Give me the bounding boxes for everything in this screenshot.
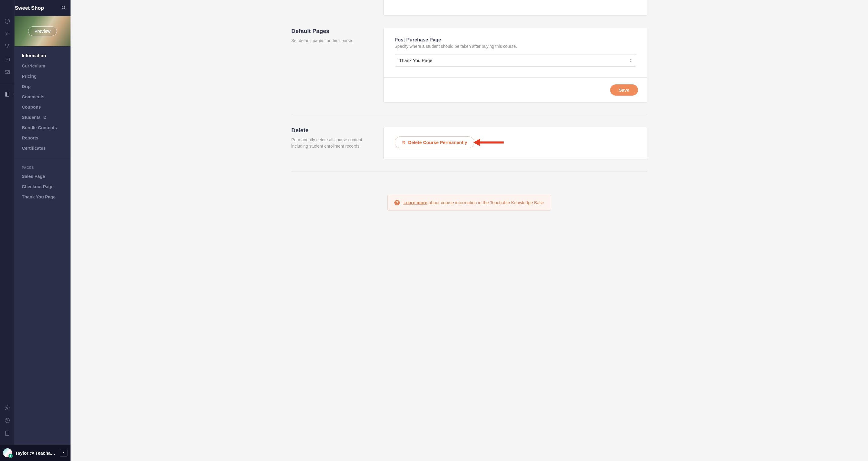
- nav-certificates[interactable]: Certificates: [14, 143, 70, 153]
- post-purchase-select[interactable]: Thank You Page: [395, 54, 636, 67]
- nav-drip[interactable]: Drip: [14, 81, 70, 92]
- site-icon[interactable]: [4, 43, 11, 50]
- svg-point-3: [5, 44, 6, 45]
- emails-icon[interactable]: [4, 68, 11, 76]
- preview-button[interactable]: Preview: [28, 26, 57, 36]
- nav-students-label: Students: [22, 115, 40, 120]
- preview-button-label: Preview: [34, 29, 51, 34]
- user-menu-toggle[interactable]: [60, 449, 67, 457]
- delete-desc: Permanently delete all course content, i…: [291, 137, 377, 150]
- sidebar: The Sweet Shop Preview Information Curri…: [14, 0, 70, 461]
- sales-icon[interactable]: [4, 56, 11, 63]
- trash-icon: [402, 140, 406, 144]
- svg-point-2: [8, 32, 9, 33]
- settings-icon[interactable]: [4, 404, 11, 411]
- save-button[interactable]: Save: [610, 85, 638, 96]
- svg-point-1: [6, 32, 7, 34]
- users-icon[interactable]: [4, 30, 11, 37]
- pages-section-label: PAGES: [14, 162, 70, 171]
- learn-more-link[interactable]: Learn more: [403, 200, 427, 205]
- school-title: The Sweet Shop: [14, 5, 61, 11]
- default-pages-title: Default Pages: [291, 28, 377, 34]
- svg-rect-11: [5, 431, 9, 436]
- nav-coupons[interactable]: Coupons: [14, 102, 70, 112]
- nav-reports[interactable]: Reports: [14, 133, 70, 143]
- previous-section-card-bottom: [383, 0, 647, 16]
- knowledge-base-banner: ? Learn more about course information in…: [388, 195, 551, 210]
- nav-curriculum[interactable]: Curriculum: [14, 61, 70, 71]
- question-circle-icon: ?: [394, 200, 400, 205]
- svg-point-4: [8, 44, 9, 45]
- nav-sales-page[interactable]: Sales Page: [14, 171, 70, 182]
- nav-students[interactable]: Students: [14, 112, 70, 123]
- nav-checkout-page[interactable]: Checkout Page: [14, 182, 70, 192]
- nav-bundle-contents[interactable]: Bundle Contents: [14, 123, 70, 133]
- section-default-pages: Default Pages Set default pages for this…: [291, 16, 647, 103]
- user-name: Taylor @ Teachabl…: [15, 451, 57, 456]
- sidebar-header: The Sweet Shop: [14, 0, 70, 16]
- main-content: Default Pages Set default pages for this…: [70, 0, 868, 461]
- default-pages-desc: Set default pages for this course.: [291, 37, 377, 44]
- avatar: [3, 448, 12, 457]
- svg-point-5: [7, 47, 7, 48]
- dashboard-icon[interactable]: [4, 18, 11, 25]
- svg-rect-8: [5, 92, 9, 96]
- help-icon[interactable]: [4, 417, 11, 424]
- svg-point-9: [6, 407, 8, 409]
- post-purchase-desc: Specify where a student should be taken …: [395, 44, 636, 49]
- course-thumbnail: Preview: [14, 16, 70, 46]
- courses-icon[interactable]: [4, 91, 11, 98]
- nav-pricing[interactable]: Pricing: [14, 71, 70, 81]
- section-delete: Delete Permanently delete all course con…: [291, 114, 647, 159]
- nav-comments[interactable]: Comments: [14, 92, 70, 102]
- nav-information[interactable]: Information: [14, 51, 70, 61]
- chevron-up-icon: [62, 451, 65, 455]
- delete-title: Delete: [291, 127, 377, 134]
- search-icon[interactable]: [61, 5, 66, 11]
- info-bar-text: about course information in the Teachabl…: [427, 200, 544, 205]
- nav-thank-you-page[interactable]: Thank You Page: [14, 192, 70, 202]
- icon-rail: [0, 0, 14, 461]
- user-footer[interactable]: Taylor @ Teachabl…: [0, 444, 70, 461]
- delete-button-label: Delete Course Permanently: [408, 140, 467, 145]
- calculator-icon[interactable]: [4, 430, 11, 437]
- course-nav: Information Curriculum Pricing Drip Comm…: [14, 46, 70, 156]
- svg-rect-7: [5, 70, 9, 73]
- external-link-icon: [43, 116, 46, 119]
- delete-course-button[interactable]: Delete Course Permanently: [395, 136, 474, 148]
- annotation-arrow-icon: [473, 137, 504, 147]
- svg-point-12: [62, 6, 65, 8]
- post-purchase-label: Post Purchase Page: [395, 37, 636, 43]
